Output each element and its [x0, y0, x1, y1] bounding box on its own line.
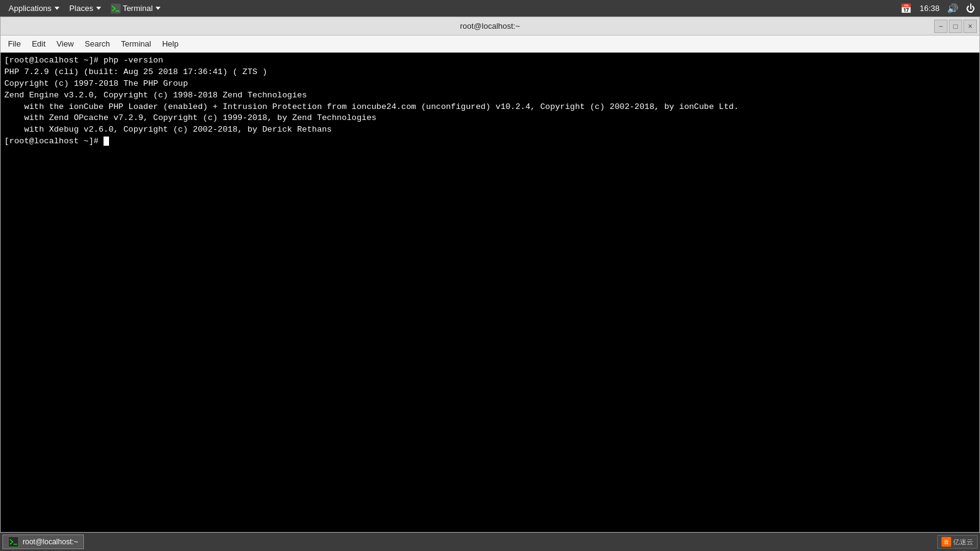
- clock-display: 16:38: [919, 4, 940, 13]
- menu-file[interactable]: File: [3, 37, 26, 50]
- minimize-button[interactable]: −: [934, 20, 948, 33]
- menu-search[interactable]: Search: [80, 37, 115, 50]
- terminal-line-4: Zend Engine v3.2.0, Copyright (c) 1998-2…: [4, 90, 976, 102]
- menu-terminal[interactable]: Terminal: [116, 37, 156, 50]
- taskbar-terminal-label: root@localhost:~: [23, 538, 78, 546]
- menu-edit[interactable]: Edit: [27, 37, 50, 50]
- terminal-icon: [111, 4, 121, 13]
- applications-label: Applications: [9, 4, 51, 13]
- menu-help[interactable]: Help: [157, 37, 184, 50]
- aliyun-badge[interactable]: 云 亿迷云: [937, 535, 978, 549]
- maximize-button[interactable]: □: [949, 20, 962, 33]
- power-icon[interactable]: ⏻: [966, 3, 975, 13]
- terminal-titlebar: root@localhost:~ − □ ×: [1, 17, 979, 36]
- aliyun-label: 亿迷云: [953, 538, 973, 547]
- taskbar-terminal-item[interactable]: root@localhost:~: [2, 534, 84, 549]
- applications-menu[interactable]: Applications: [5, 2, 63, 14]
- menu-view[interactable]: View: [51, 37, 78, 50]
- calendar-icon: 📅: [900, 3, 912, 14]
- taskbar-left: root@localhost:~: [2, 534, 84, 549]
- system-bar-right: 📅 16:38 🔊 ⏻: [900, 3, 975, 14]
- volume-icon[interactable]: 🔊: [947, 3, 959, 14]
- places-menu[interactable]: Places: [66, 2, 105, 14]
- titlebar-buttons: − □ ×: [934, 20, 977, 33]
- terminal-line-8[interactable]: [root@localhost ~]#: [4, 136, 976, 148]
- terminal-cursor: [104, 137, 109, 146]
- system-bar: Applications Places Terminal 📅 16:38 🔊 ⏻: [0, 0, 980, 17]
- terminal-content[interactable]: [root@localhost ~]# php -version PHP 7.2…: [1, 53, 979, 532]
- terminal-menu[interactable]: Terminal: [107, 2, 164, 15]
- terminal-line-1: [root@localhost ~]# php -version: [4, 55, 976, 67]
- terminal-line-6: with Zend OPcache v7.2.9, Copyright (c) …: [4, 113, 976, 124]
- applications-arrow-icon: [55, 7, 59, 10]
- places-arrow-icon: [96, 7, 101, 10]
- taskbar-right: 云 亿迷云: [937, 535, 978, 549]
- close-button[interactable]: ×: [963, 20, 977, 33]
- taskbar-terminal-icon: [8, 536, 19, 547]
- terminal-arrow-icon: [156, 7, 160, 10]
- terminal-line-3: Copyright (c) 1997-2018 The PHP Group: [4, 78, 976, 90]
- svg-rect-2: [9, 538, 18, 546]
- terminal-label: Terminal: [123, 4, 153, 13]
- terminal-window: root@localhost:~ − □ × File Edit View Se…: [0, 17, 980, 533]
- aliyun-logo-icon: 云: [941, 537, 951, 547]
- terminal-line-7: with Xdebug v2.6.0, Copyright (c) 2002-2…: [4, 124, 976, 136]
- terminal-line-2: PHP 7.2.9 (cli) (built: Aug 25 2018 17:3…: [4, 67, 976, 78]
- system-bar-left: Applications Places Terminal: [5, 2, 164, 15]
- terminal-line-5: with the ionCube PHP Loader (enabled) + …: [4, 102, 976, 113]
- places-label: Places: [69, 4, 93, 13]
- terminal-menubar: File Edit View Search Terminal Help: [1, 36, 979, 53]
- terminal-title: root@localhost:~: [460, 21, 520, 31]
- taskbar: root@localhost:~ 云 亿迷云: [0, 533, 980, 551]
